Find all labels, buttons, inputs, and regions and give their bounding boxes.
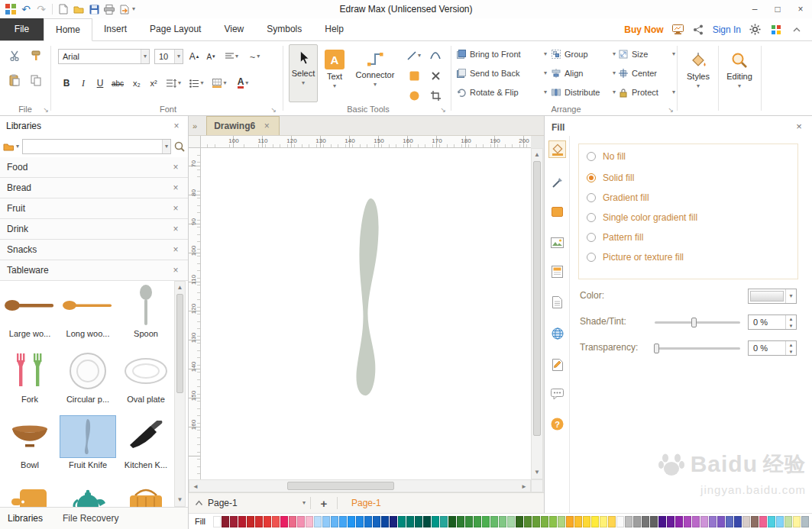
spinner-up-icon[interactable]: ▲ bbox=[786, 341, 796, 348]
delete-tool-button[interactable] bbox=[426, 67, 445, 84]
color-swatch[interactable] bbox=[364, 516, 372, 527]
color-swatch[interactable] bbox=[423, 516, 431, 527]
text-tool-button[interactable]: A Text ▾ bbox=[321, 44, 348, 102]
file-group-launcher-icon[interactable]: ↘ bbox=[43, 106, 49, 114]
color-swatch[interactable] bbox=[549, 516, 557, 527]
color-swatch[interactable] bbox=[213, 516, 221, 527]
fill-option-solid-fill[interactable]: Solid fill bbox=[587, 172, 634, 184]
color-swatch[interactable] bbox=[440, 516, 448, 527]
center-button[interactable]: Center bbox=[619, 65, 675, 82]
fill-option-pattern-fill[interactable]: Pattern fill bbox=[587, 231, 643, 244]
drawing-tab-close-icon[interactable]: × bbox=[261, 121, 272, 131]
spinner-down-icon[interactable]: ▼ bbox=[786, 348, 796, 355]
ellipse-tool-button[interactable] bbox=[405, 87, 423, 104]
fill-option-gradient-fill[interactable]: Gradient fill bbox=[587, 192, 649, 204]
basic-tools-group-launcher-icon[interactable]: ↘ bbox=[440, 106, 446, 114]
radio-icon[interactable] bbox=[587, 233, 596, 242]
library-section-drink[interactable]: Drink × bbox=[0, 219, 188, 240]
radio-icon[interactable] bbox=[587, 173, 596, 182]
page-format-icon[interactable] bbox=[548, 263, 566, 280]
font-size-combo[interactable]: 10 ▾ bbox=[154, 49, 183, 64]
color-swatch[interactable] bbox=[230, 516, 238, 527]
library-folder-icon[interactable]: ▾ bbox=[3, 142, 19, 151]
copy-button[interactable] bbox=[27, 72, 44, 89]
color-swatch[interactable] bbox=[390, 516, 397, 527]
sign-in-link[interactable]: Sign In bbox=[713, 24, 741, 35]
library-item[interactable] bbox=[118, 481, 174, 507]
color-swatch[interactable] bbox=[507, 516, 515, 527]
library-section-food[interactable]: Food × bbox=[0, 157, 188, 178]
library-section-close-icon[interactable]: × bbox=[170, 245, 181, 254]
library-section-close-icon[interactable]: × bbox=[170, 183, 181, 192]
color-swatch[interactable] bbox=[667, 516, 675, 527]
panel-tab-libraries[interactable]: Libraries bbox=[8, 513, 43, 524]
library-section-bread[interactable]: Bread × bbox=[0, 178, 188, 198]
library-item[interactable]: Oval plate bbox=[118, 350, 174, 404]
font-group-launcher-icon[interactable]: ↘ bbox=[270, 106, 277, 114]
save-icon[interactable] bbox=[86, 2, 102, 17]
color-swatch[interactable] bbox=[600, 516, 607, 527]
maximize-button[interactable]: □ bbox=[766, 0, 789, 18]
picture-format-icon[interactable] bbox=[548, 234, 566, 251]
distribute-button[interactable]: Distribute▾ bbox=[552, 84, 616, 101]
redo-icon[interactable]: ↷ bbox=[34, 2, 49, 17]
crop-tool-button[interactable] bbox=[426, 87, 445, 104]
paste-button[interactable] bbox=[6, 72, 23, 89]
library-item[interactable] bbox=[2, 481, 58, 507]
addons-pinwheel-icon[interactable] bbox=[769, 23, 782, 36]
align-button[interactable]: Align▾ bbox=[552, 65, 616, 82]
color-swatch[interactable] bbox=[793, 516, 801, 527]
align-text-button[interactable]: ▾ bbox=[222, 49, 242, 64]
color-swatch[interactable] bbox=[398, 516, 406, 527]
color-swatch[interactable] bbox=[717, 516, 725, 527]
color-swatch[interactable] bbox=[448, 516, 456, 527]
color-swatch[interactable] bbox=[742, 516, 750, 527]
library-section-tableware[interactable]: Tableware × bbox=[0, 260, 188, 281]
page-dropdown[interactable]: Page-1 ▾ bbox=[208, 498, 306, 508]
color-swatch[interactable] bbox=[264, 516, 271, 527]
color-swatch[interactable] bbox=[322, 516, 330, 527]
help-icon[interactable]: ? bbox=[548, 415, 566, 433]
fill-option-no-fill[interactable]: No fill bbox=[587, 150, 626, 163]
pen-tool-button[interactable]: ▾ bbox=[405, 47, 423, 64]
new-document-icon[interactable] bbox=[56, 2, 71, 17]
superscript-button[interactable]: x² bbox=[145, 75, 162, 92]
library-item[interactable]: Fork bbox=[2, 350, 58, 404]
radio-icon[interactable] bbox=[587, 253, 596, 262]
color-swatch[interactable] bbox=[675, 516, 683, 527]
select-tool-button[interactable]: Select ▾ bbox=[289, 44, 318, 102]
color-swatch[interactable] bbox=[700, 516, 708, 527]
bullet-list-button[interactable]: ▾ bbox=[186, 75, 207, 92]
library-section-close-icon[interactable]: × bbox=[170, 163, 181, 172]
library-item-selected[interactable]: Fruit Knife bbox=[60, 415, 116, 469]
color-swatch[interactable] bbox=[297, 516, 305, 527]
undo-icon[interactable]: ↶ bbox=[18, 2, 34, 17]
library-item[interactable]: Circular p... bbox=[60, 350, 116, 404]
highlight-fill-button[interactable]: ▾ bbox=[209, 75, 230, 92]
grow-font-button[interactable]: A▴ bbox=[186, 49, 202, 64]
color-swatch[interactable] bbox=[381, 516, 389, 527]
library-item[interactable]: Spoon bbox=[118, 284, 174, 338]
library-item[interactable]: Large wo... bbox=[2, 284, 58, 338]
color-swatch[interactable] bbox=[348, 516, 355, 527]
quick-toolbar-caret-icon[interactable]: ▾ bbox=[132, 6, 135, 12]
tab-insert[interactable]: Insert bbox=[92, 18, 138, 40]
color-swatch[interactable] bbox=[255, 516, 263, 527]
fill-option-single-color-gradient[interactable]: Single color gradient fill bbox=[587, 211, 697, 224]
color-swatch[interactable] bbox=[474, 516, 481, 527]
line-format-icon[interactable] bbox=[548, 173, 566, 191]
shade-tint-slider[interactable] bbox=[655, 321, 740, 324]
color-swatch[interactable] bbox=[465, 516, 473, 527]
color-swatch[interactable] bbox=[306, 516, 313, 527]
library-section-close-icon[interactable]: × bbox=[170, 266, 181, 275]
drawing-tab[interactable]: Drawing6 × bbox=[206, 116, 280, 135]
spinner-down-icon[interactable]: ▼ bbox=[786, 322, 796, 329]
connector-tool-button[interactable]: Connector ▾ bbox=[351, 44, 399, 102]
format-painter-button[interactable] bbox=[27, 47, 44, 64]
italic-button[interactable]: I bbox=[75, 75, 92, 92]
panel-tab-file-recovery[interactable]: File Recovery bbox=[63, 513, 118, 524]
tab-view[interactable]: View bbox=[212, 18, 255, 40]
color-swatch[interactable] bbox=[222, 516, 229, 527]
tab-page-layout[interactable]: Page Layout bbox=[138, 18, 212, 40]
fill-format-icon[interactable] bbox=[548, 140, 566, 158]
